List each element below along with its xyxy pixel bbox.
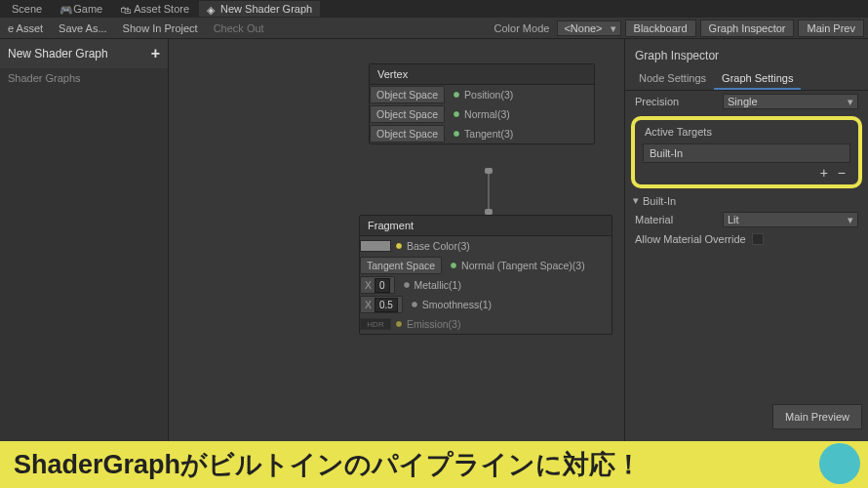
- port-icon[interactable]: [453, 130, 460, 138]
- metallic-input[interactable]: 0: [375, 278, 390, 293]
- bag-icon: 🛍: [120, 4, 130, 14]
- blackboard-panel: New Shader Graph + Shader Graphs: [0, 39, 169, 488]
- target-item-builtin[interactable]: Built-In: [643, 143, 850, 163]
- save-as-button[interactable]: Save As...: [51, 20, 115, 37]
- blackboard-title: New Shader Graph: [8, 47, 108, 61]
- vertex-row-normal[interactable]: Object Space Normal(3): [370, 104, 594, 124]
- port-icon[interactable]: [411, 301, 418, 308]
- port-icon[interactable]: [453, 91, 460, 99]
- editor-tabs: Scene 🎮Game 🛍Asset Store ◈New Shader Gra…: [0, 0, 868, 18]
- add-target-button[interactable]: +: [817, 165, 831, 181]
- precision-dropdown[interactable]: Single: [723, 94, 858, 109]
- vertex-title: Vertex: [370, 64, 594, 85]
- svg-rect-0: [485, 168, 493, 174]
- fragment-row-basecolor[interactable]: Base Color(3): [360, 236, 612, 256]
- inspector-title: Graph Inspector: [625, 43, 868, 68]
- space-pill[interactable]: Object Space: [370, 86, 445, 103]
- tab-node-settings[interactable]: Node Settings: [631, 68, 714, 90]
- smoothness-input[interactable]: 0.5: [375, 298, 398, 312]
- port-icon[interactable]: [453, 110, 460, 118]
- material-label: Material: [635, 214, 723, 225]
- checkout-button[interactable]: Check Out: [206, 20, 272, 37]
- add-property-button[interactable]: +: [151, 45, 160, 62]
- space-pill[interactable]: Tangent Space: [360, 257, 442, 274]
- tab-shader-graph[interactable]: ◈New Shader Graph: [199, 1, 320, 17]
- fragment-row-emission[interactable]: HDR Emission(3): [360, 314, 612, 334]
- fragment-row-smoothness[interactable]: X 0.5 Smoothness(1): [360, 295, 612, 314]
- space-pill[interactable]: Object Space: [370, 105, 445, 123]
- show-in-project-button[interactable]: Show In Project: [115, 20, 206, 37]
- allow-override-checkbox[interactable]: [752, 233, 764, 245]
- tab-scene[interactable]: Scene: [4, 1, 50, 17]
- main-preview-button[interactable]: Main Prev: [798, 20, 864, 37]
- port-icon[interactable]: [395, 320, 403, 328]
- shader-icon: ◈: [207, 4, 217, 14]
- color-mode-dropdown[interactable]: <None>: [557, 20, 620, 36]
- graph-inspector-panel: Graph Inspector Node Settings Graph Sett…: [624, 39, 868, 488]
- precision-label: Precision: [635, 96, 723, 107]
- builtin-foldout[interactable]: ▾ Built-In: [625, 192, 868, 209]
- active-targets-highlight: Active Targets Built-In + −: [631, 116, 862, 188]
- allow-override-label: Allow Material Override: [635, 233, 752, 245]
- caption-banner: ShaderGraphがビルトインのパイプラインに対応！: [0, 441, 868, 488]
- graph-inspector-button[interactable]: Graph Inspector: [700, 20, 795, 37]
- space-pill[interactable]: Object Space: [370, 125, 445, 142]
- remove-target-button[interactable]: −: [835, 165, 848, 181]
- fragment-title: Fragment: [360, 216, 612, 236]
- color-mode-label: Color Mode: [491, 22, 554, 34]
- asset-button[interactable]: e Asset: [0, 20, 51, 37]
- tab-graph-settings[interactable]: Graph Settings: [714, 68, 801, 90]
- gamepad-icon: 🎮: [59, 4, 69, 14]
- material-dropdown[interactable]: Lit: [723, 212, 858, 227]
- port-icon[interactable]: [450, 262, 457, 269]
- graph-canvas[interactable]: Vertex Object Space Position(3) Object S…: [169, 39, 624, 488]
- block-link-icon: [479, 168, 498, 215]
- port-icon[interactable]: [403, 281, 411, 289]
- fragment-block[interactable]: Fragment Base Color(3) Tangent Space Nor…: [359, 215, 612, 335]
- active-targets-label: Active Targets: [635, 122, 858, 142]
- badge-icon: [819, 443, 860, 484]
- toolbar: e Asset Save As... Show In Project Check…: [0, 18, 868, 39]
- color-swatch[interactable]: [360, 240, 391, 252]
- main-preview-panel-button[interactable]: Main Preview: [772, 404, 862, 429]
- blackboard-subtitle: Shader Graphs: [0, 68, 168, 88]
- vertex-block[interactable]: Vertex Object Space Position(3) Object S…: [369, 63, 595, 144]
- banner-text: ShaderGraphがビルトインのパイプラインに対応！: [14, 447, 642, 482]
- vertex-row-tangent[interactable]: Object Space Tangent(3): [370, 124, 594, 143]
- hdr-swatch[interactable]: HDR: [360, 318, 391, 330]
- vertex-row-position[interactable]: Object Space Position(3): [370, 85, 594, 104]
- fragment-row-metallic[interactable]: X 0 Metallic(1): [360, 275, 612, 295]
- blackboard-button[interactable]: Blackboard: [625, 20, 696, 37]
- fragment-row-normal[interactable]: Tangent Space Normal (Tangent Space)(3): [360, 256, 612, 275]
- port-icon[interactable]: [395, 242, 403, 250]
- chevron-down-icon: ▾: [633, 194, 639, 207]
- tab-asset-store[interactable]: 🛍Asset Store: [112, 1, 197, 17]
- tab-game[interactable]: 🎮Game: [52, 1, 110, 17]
